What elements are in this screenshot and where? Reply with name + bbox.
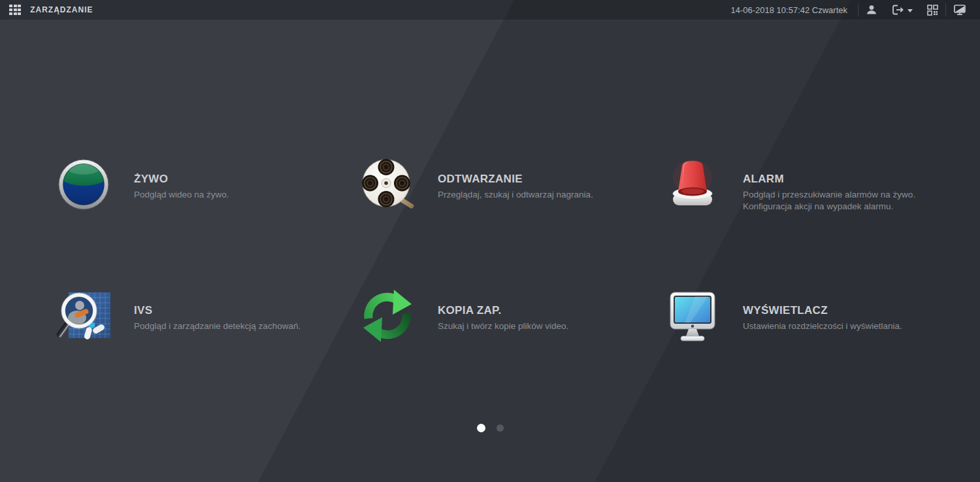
live-view-icon — [54, 155, 113, 214]
backup-sync-icon — [358, 286, 417, 345]
display-toggle-icon — [953, 4, 966, 16]
menu-item-title: IVS — [134, 304, 301, 317]
menu-item-alarm[interactable]: ALARM Podgląd i przeszukiwanie alarmów n… — [663, 153, 970, 216]
topbar: ZARZĄDZANIE 14-06-2018 10:57:42 Czwartek — [0, 0, 980, 20]
playback-icon — [358, 155, 417, 214]
qr-code-icon — [927, 5, 938, 16]
menu-item-playback[interactable]: ODTWARZANIE Przeglądaj, szukaj i odtwarz… — [358, 153, 665, 216]
chevron-down-icon — [907, 9, 913, 12]
qr-code-button[interactable] — [920, 0, 945, 20]
display-toggle-button[interactable] — [946, 0, 973, 20]
menu-item-backup[interactable]: KOPIA ZAP. Szukaj i twórz kopie plików v… — [358, 284, 665, 347]
ivs-magnifier-icon — [54, 286, 113, 345]
alarm-siren-icon — [663, 155, 722, 214]
datetime-display: 14-06-2018 10:57:42 Czwartek — [730, 5, 847, 15]
user-icon — [866, 4, 877, 16]
pagination-dots — [0, 424, 980, 432]
menu-item-desc: Podgląd wideo na żywo. — [134, 189, 229, 201]
page-title: ZARZĄDZANIE — [30, 5, 93, 14]
user-button[interactable] — [858, 0, 885, 20]
page-dot-2[interactable] — [497, 424, 504, 432]
menu-item-ivs[interactable]: IVS Podgląd i zarządzanie detekcją zacho… — [54, 284, 361, 347]
menu-item-title: KOPIA ZAP. — [438, 304, 568, 317]
display-monitor-icon — [663, 286, 722, 345]
menu-item-desc: Podgląd i zarządzanie detekcją zachowań. — [134, 320, 301, 332]
logout-button[interactable] — [885, 0, 920, 20]
menu-item-title: WYŚWIETLACZ — [743, 304, 902, 317]
menu-item-desc: Podgląd i przeszukiwanie alarmów na żywo… — [743, 189, 915, 201]
menu-item-title: ŻYWO — [134, 173, 229, 186]
menu-item-desc: Ustawienia rozdzielczości i wyświetlania… — [743, 320, 902, 332]
nvr-management-home: ZARZĄDZANIE 14-06-2018 10:57:42 Czwartek — [0, 0, 980, 482]
menu-item-title: ODTWARZANIE — [438, 173, 593, 186]
menu-item-title: ALARM — [743, 173, 915, 186]
apps-grid-icon[interactable] — [9, 5, 21, 15]
logout-icon — [892, 5, 904, 15]
menu-item-display[interactable]: WYŚWIETLACZ Ustawienia rozdzielczości i … — [663, 284, 970, 347]
menu-item-desc: Przeglądaj, szukaj i odtwarzaj nagrania. — [438, 189, 593, 201]
menu-item-live[interactable]: ŻYWO Podgląd wideo na żywo. — [54, 153, 361, 216]
menu-item-desc2: Konfiguracja akcji na wypadek alarmu. — [743, 201, 915, 213]
page-dot-1[interactable] — [477, 424, 485, 432]
menu-item-desc: Szukaj i twórz kopie plików video. — [438, 320, 568, 332]
